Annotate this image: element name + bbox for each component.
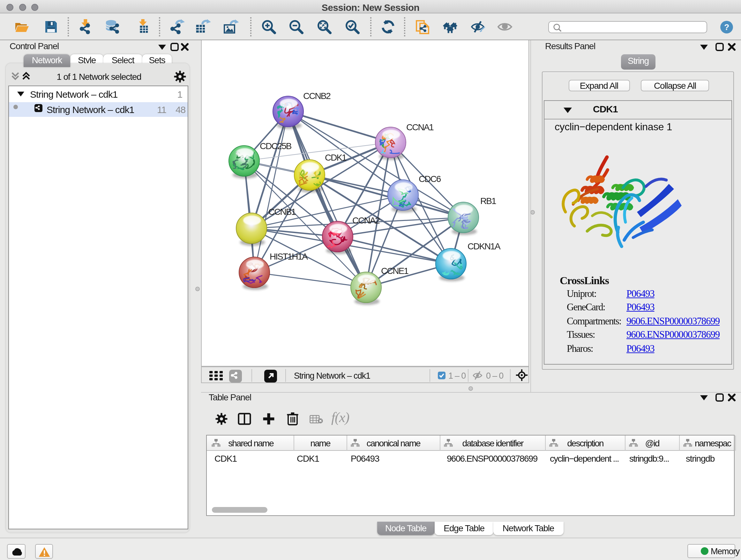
svg-text:CCNB2: CCNB2 <box>303 91 331 101</box>
svg-text:CDK1: CDK1 <box>325 152 347 163</box>
svg-text:CCNA1: CCNA1 <box>406 122 434 132</box>
svg-text:CDC6: CDC6 <box>419 174 441 184</box>
svg-text:RB1: RB1 <box>480 196 496 206</box>
svg-text:CDKN1A: CDKN1A <box>468 241 501 251</box>
svg-text:CCNB1: CCNB1 <box>268 207 296 217</box>
svg-text:CCNA2: CCNA2 <box>352 215 380 226</box>
svg-text:?: ? <box>724 22 729 32</box>
svg-text:HIST1H1A: HIST1H1A <box>270 252 308 261</box>
svg-text:CCNE1: CCNE1 <box>381 266 408 276</box>
svg-text:CDC25B: CDC25B <box>260 141 292 151</box>
